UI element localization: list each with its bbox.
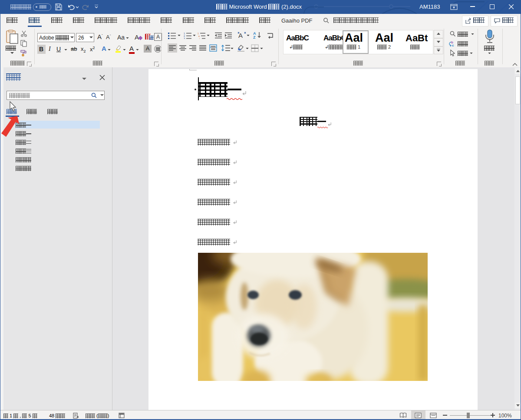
svg-text:A: A: [238, 32, 243, 39]
svg-text:3: 3: [184, 37, 185, 40]
svg-text:c: c: [452, 43, 454, 47]
svg-text:i: i: [199, 37, 200, 40]
svg-text:Z: Z: [253, 35, 256, 39]
